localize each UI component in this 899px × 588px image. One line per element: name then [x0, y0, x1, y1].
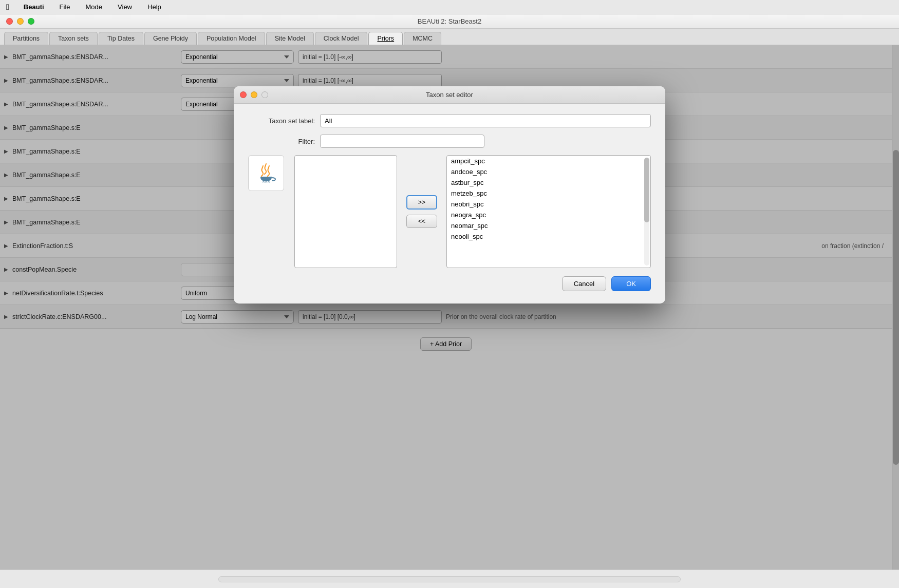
remove-all-button[interactable]: <<: [406, 215, 437, 228]
dialog-footer: Cancel OK: [294, 276, 651, 293]
java-icon: [248, 155, 284, 191]
filter-row: Filter:: [248, 135, 651, 148]
taxa-list-scrolltrack[interactable]: [644, 158, 649, 265]
dialog-title-text: Taxon set editor: [426, 91, 473, 99]
transfer-arrows: >> <<: [401, 155, 442, 268]
menu-mode[interactable]: Mode: [83, 2, 106, 12]
maximize-button[interactable]: [28, 18, 34, 25]
ok-button[interactable]: OK: [611, 276, 651, 291]
taxon-neogra[interactable]: neogra_spc: [447, 210, 650, 220]
filter-input[interactable]: [320, 135, 484, 148]
filter-label-text: Filter:: [248, 138, 315, 145]
tab-gene-ploidy[interactable]: Gene Ploidy: [144, 32, 197, 45]
tab-population-model[interactable]: Population Model: [198, 32, 265, 45]
menu-beauti[interactable]: Beauti: [21, 2, 47, 12]
add-all-button[interactable]: >>: [406, 195, 437, 210]
all-taxa-list[interactable]: ampcit_spc andcoe_spc astbur_spc metzeb_…: [446, 155, 651, 268]
taxon-set-input[interactable]: [320, 114, 651, 127]
dialog-main-content: >> << ampcit_spc andcoe_spc astbur_spc m…: [248, 155, 651, 293]
tab-mcmc[interactable]: MCMC: [404, 32, 441, 45]
menu-bar:  Beauti File Mode View Help: [0, 0, 899, 14]
apple-logo: : [6, 3, 9, 12]
horizontal-scrollbar[interactable]: [218, 576, 681, 582]
content-area: ▶ BMT_gammaShape.s:ENSDAR... Exponential…: [0, 45, 899, 570]
dialog-controls: [240, 91, 268, 98]
taxa-list-scrollthumb[interactable]: [644, 158, 649, 222]
taxon-neomar[interactable]: neomar_spc: [447, 220, 650, 231]
taxon-set-editor-dialog: Taxon set editor Taxon set label: Filter…: [234, 86, 665, 304]
taxon-set-label-text: Taxon set label:: [248, 117, 315, 125]
svg-rect-0: [260, 177, 272, 178]
tab-priors[interactable]: Priors: [368, 32, 403, 45]
modal-overlay: Taxon set editor Taxon set label: Filter…: [0, 45, 899, 570]
taxon-label-row: Taxon set label:: [248, 114, 651, 127]
taxon-metzeb[interactable]: metzeb_spc: [447, 188, 650, 199]
taxon-neobri[interactable]: neobri_spc: [447, 199, 650, 210]
menu-file[interactable]: File: [57, 2, 73, 12]
tab-site-model[interactable]: Site Model: [266, 32, 314, 45]
dialog-title-bar: Taxon set editor: [234, 86, 665, 104]
menu-help[interactable]: Help: [144, 2, 164, 12]
minimize-button[interactable]: [17, 18, 24, 25]
cancel-button[interactable]: Cancel: [562, 276, 606, 291]
taxon-astbur[interactable]: astbur_spc: [447, 177, 650, 188]
taxon-ampcit[interactable]: ampcit_spc: [447, 156, 650, 166]
menu-view[interactable]: View: [115, 2, 135, 12]
taxon-andcoe[interactable]: andcoe_spc: [447, 166, 650, 177]
selected-taxa-list[interactable]: [294, 155, 397, 268]
tab-bar: Partitions Taxon sets Tip Dates Gene Plo…: [0, 29, 899, 45]
close-button[interactable]: [6, 18, 13, 25]
dialog-maximize-button: [261, 91, 268, 98]
tab-taxon-sets[interactable]: Taxon sets: [49, 32, 98, 45]
tab-partitions[interactable]: Partitions: [4, 32, 48, 45]
main-window: BEAUti 2: StarBeast2 Partitions Taxon se…: [0, 14, 899, 588]
window-title: BEAUti 2: StarBeast2: [418, 17, 481, 25]
tab-clock-model[interactable]: Clock Model: [315, 32, 368, 45]
dialog-minimize-button[interactable]: [251, 91, 257, 98]
window-controls: [6, 18, 34, 25]
dialog-close-button[interactable]: [240, 91, 247, 98]
tab-tip-dates[interactable]: Tip Dates: [99, 32, 143, 45]
bottom-bar: [0, 570, 899, 588]
taxon-neooli[interactable]: neooli_spc: [447, 231, 650, 242]
dialog-body: Taxon set label: Filter:: [234, 104, 665, 304]
lists-row: >> << ampcit_spc andcoe_spc astbur_spc m…: [294, 155, 651, 268]
dialog-right: >> << ampcit_spc andcoe_spc astbur_spc m…: [294, 155, 651, 293]
title-bar: BEAUti 2: StarBeast2: [0, 14, 899, 29]
